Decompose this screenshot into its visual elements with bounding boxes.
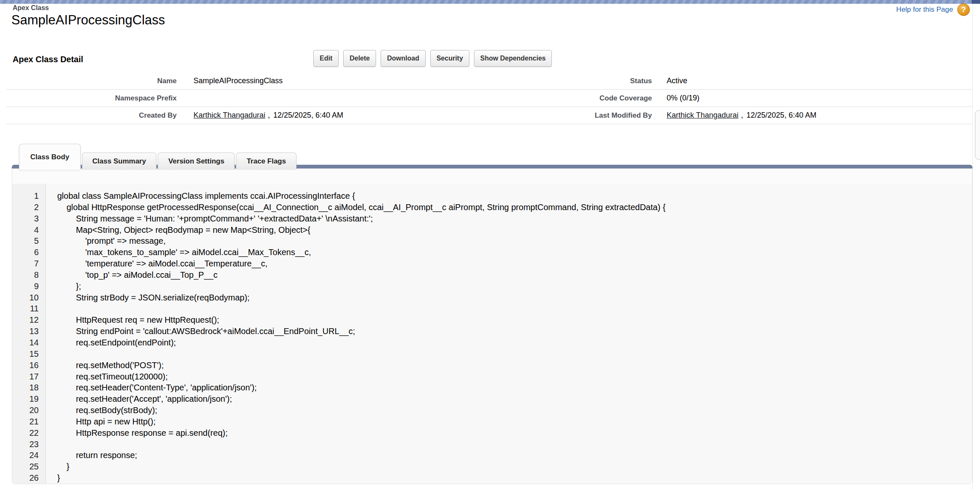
line-number: 12: [12, 314, 46, 326]
line-number: 20: [12, 405, 46, 416]
code-line: 18 req.setHeader('Content-Type', 'applic…: [12, 382, 972, 393]
code-line-text: }: [46, 472, 972, 484]
code-line-text: req.setBody(strBody);: [46, 405, 972, 416]
modified-datetime: 12/25/2025, 6:40 AM: [747, 111, 816, 119]
show-dependencies-button[interactable]: Show Dependencies: [474, 50, 552, 67]
code-line-text: };: [46, 281, 972, 292]
code-line: 11: [12, 303, 972, 314]
line-number: 8: [12, 269, 46, 281]
detail-buttons: EditDeleteDownloadSecurityShow Dependenc…: [313, 50, 552, 67]
help-question-icon[interactable]: ?: [957, 3, 970, 16]
code-line: 16 req.setMethod('POST');: [12, 360, 972, 371]
code-line: 17 req.setTimeout(120000);: [12, 371, 972, 382]
code-line: 6 'max_tokens_to_sample' => aiModel.ccai…: [12, 247, 972, 258]
line-number: 25: [12, 461, 46, 472]
line-number: 19: [12, 393, 46, 405]
download-button[interactable]: Download: [381, 50, 425, 67]
security-button[interactable]: Security: [430, 50, 469, 67]
code-line-text: req.setEndpoint(endPoint);: [46, 337, 972, 348]
tab-trace-flags[interactable]: Trace Flags: [236, 153, 297, 170]
tab-class-summary[interactable]: Class Summary: [82, 153, 157, 170]
code-line-text: [46, 303, 972, 314]
code-line: 3 String message = 'Human: '+promptComma…: [12, 213, 972, 224]
code-line-text: String strBody = JSON.serialize(reqBodym…: [46, 292, 972, 303]
tabs-row: Class BodyClass SummaryVersion SettingsT…: [19, 144, 297, 170]
code-line-text: req.setTimeout(120000);: [46, 371, 972, 382]
line-number: 3: [12, 213, 46, 224]
tab-version-settings[interactable]: Version Settings: [158, 153, 235, 170]
code-line-text: [46, 439, 972, 450]
code-line: 22 HttpResponse response = api.send(req)…: [12, 427, 972, 439]
tab-class-body[interactable]: Class Body: [19, 144, 81, 170]
created-by-user-link[interactable]: Karthick Thangadurai: [193, 111, 265, 119]
delete-button[interactable]: Delete: [343, 50, 376, 67]
vertical-scrollbar-thumb[interactable]: [975, 110, 980, 160]
code-line: 4 Map<String, Object> reqBodymap = new M…: [12, 224, 972, 236]
created-datetime: 12/25/2025, 6:40 AM: [273, 111, 343, 119]
code-line-text: }: [46, 461, 972, 472]
line-number: 17: [12, 371, 46, 382]
line-number: 24: [12, 450, 46, 461]
line-number: 5: [12, 235, 46, 247]
created-by-label: Created By: [6, 111, 177, 120]
code-line: 26}: [12, 472, 972, 484]
detail-row-created-modified: Created By Karthick Thangadurai,12/25/20…: [6, 107, 972, 124]
namespace-label: Namespace Prefix: [6, 94, 177, 103]
code-line: 5 'prompt' => message,: [12, 235, 972, 247]
line-number: 7: [12, 258, 46, 269]
section-title: Apex Class Detail: [13, 55, 83, 64]
code-line-text: req.setMethod('POST');: [46, 360, 972, 371]
line-number: 16: [12, 360, 46, 371]
code-line: 10 String strBody = JSON.serialize(reqBo…: [12, 292, 972, 303]
line-number: 11: [12, 303, 46, 314]
code-line-text: global class SampleAIProcessingClass imp…: [46, 190, 972, 202]
line-number: 18: [12, 382, 46, 393]
code-line-text: req.setHeader('Accept', 'application/jso…: [46, 393, 972, 405]
coverage-value: 0% (0/19): [652, 94, 972, 103]
line-number: 6: [12, 247, 46, 258]
code-line: 7 'temperature' => aiModel.ccai__Tempera…: [12, 258, 972, 269]
code-line: 24 return response;: [12, 450, 972, 461]
line-number: 4: [12, 224, 46, 236]
code-line: 23: [12, 439, 972, 450]
modified-by-user-link[interactable]: Karthick Thangadurai: [667, 111, 739, 119]
code-line-text: 'temperature' => aiModel.ccai__Temperatu…: [46, 258, 972, 269]
code-line-text: HttpRequest req = new HttpRequest();: [46, 314, 972, 326]
code-line-text: 'max_tokens_to_sample' => aiModel.ccai__…: [46, 247, 972, 258]
top-decor-band: [0, 0, 980, 4]
line-number: 23: [12, 439, 46, 450]
code-line-text: String message = 'Human: '+promptCommand…: [46, 213, 972, 224]
detail-table: Name SampleAIProcessingClass Status Acti…: [6, 73, 972, 124]
detail-row-name-status: Name SampleAIProcessingClass Status Acti…: [6, 73, 972, 90]
line-number: 14: [12, 337, 46, 348]
line-number: 1: [12, 190, 46, 202]
code-editor[interactable]: 1global class SampleAIProcessingClass im…: [12, 184, 972, 484]
coverage-label: Code Coverage: [564, 94, 652, 103]
code-line: 25 }: [12, 461, 972, 472]
status-label: Status: [564, 77, 652, 85]
code-line-text: req.setHeader('Content-Type', 'applicati…: [46, 382, 972, 393]
code-line: 8 'top_p' => aiModel.ccai__Top_P__c: [12, 269, 972, 281]
created-by-separator: ,: [268, 111, 270, 119]
entity-type-label: Apex Class: [13, 4, 49, 12]
edit-button[interactable]: Edit: [313, 50, 339, 67]
code-line-text: HttpResponse response = api.send(req);: [46, 427, 972, 439]
code-rows: 1global class SampleAIProcessingClass im…: [12, 184, 972, 484]
help-link[interactable]: Help for this Page: [896, 5, 953, 14]
code-line: 2 global HttpResponse getProcessedRespon…: [12, 202, 972, 213]
code-line-text: global HttpResponse getProcessedResponse…: [46, 202, 972, 213]
code-line-text: 'top_p' => aiModel.ccai__Top_P__c: [46, 269, 972, 281]
code-line-text: 'prompt' => message,: [46, 235, 972, 247]
code-line: 13 String endPoint = 'callout:AWSBedrock…: [12, 326, 972, 337]
code-line: 19 req.setHeader('Accept', 'application/…: [12, 393, 972, 405]
line-number: 9: [12, 281, 46, 292]
line-number: 26: [12, 472, 46, 484]
modified-by-separator: ,: [741, 111, 743, 119]
code-line: 12 HttpRequest req = new HttpRequest();: [12, 314, 972, 326]
status-value: Active: [652, 76, 972, 85]
code-line: 9 };: [12, 281, 972, 292]
created-by-value: Karthick Thangadurai,12/25/2025, 6:40 AM: [177, 111, 564, 120]
name-value: SampleAIProcessingClass: [177, 76, 564, 85]
vertical-scrollbar-track[interactable]: [972, 4, 980, 490]
class-body-panel: 1global class SampleAIProcessingClass im…: [12, 169, 972, 484]
